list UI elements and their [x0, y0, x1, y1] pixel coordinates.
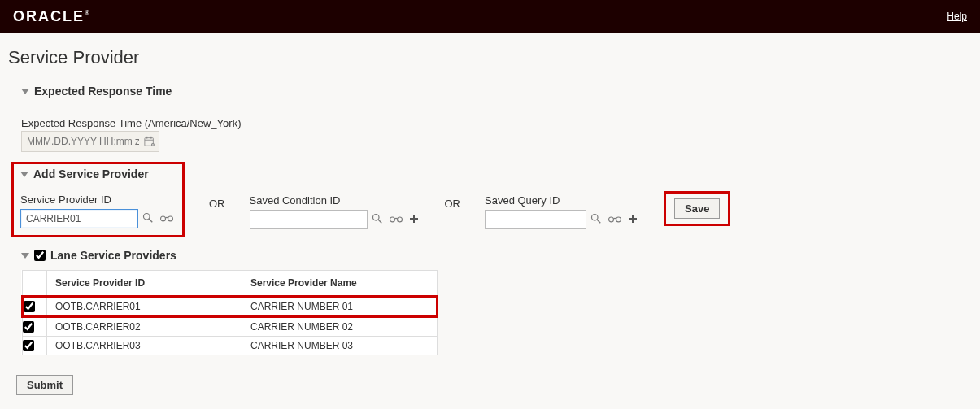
add-sp-title: Add Service Provider [33, 168, 149, 181]
lane-sp-master-checkbox[interactable] [34, 250, 46, 261]
help-link[interactable]: Help [947, 11, 967, 22]
or-separator-1: OR [209, 167, 225, 210]
or-separator-2: OR [445, 167, 461, 210]
disclose-icon [21, 253, 29, 259]
svg-rect-2 [146, 137, 148, 139]
disclose-icon [21, 89, 29, 94]
svg-line-11 [378, 220, 381, 223]
add-icon[interactable] [626, 212, 639, 227]
col-name-header: Service Provider Name [242, 271, 438, 297]
add-sp-header[interactable]: Add Service Provider [20, 168, 176, 185]
row-sp-id: OOTB.CARRIER03 [47, 337, 242, 355]
svg-rect-5 [152, 144, 153, 145]
save-button[interactable]: Save [674, 198, 720, 219]
svg-point-19 [616, 217, 621, 222]
expected-response-title: Expected Response Time [34, 85, 172, 98]
add-icon[interactable] [407, 212, 420, 227]
top-bar: ORACLE® Help [0, 0, 980, 33]
calendar-icon[interactable] [144, 136, 155, 147]
save-highlight: Save [664, 191, 730, 226]
svg-line-7 [149, 219, 152, 222]
row-checkbox[interactable] [23, 340, 34, 351]
table-row[interactable]: OOTB.CARRIER01 CARRIER NUMBER 01 [23, 297, 438, 317]
svg-point-16 [591, 214, 598, 220]
svg-point-18 [609, 217, 614, 222]
brand-reg: ® [85, 9, 89, 16]
expected-response-input[interactable] [22, 133, 144, 150]
saved-condition-input[interactable] [250, 210, 368, 229]
saved-query-label: Saved Query ID [485, 194, 639, 207]
table-row[interactable]: OOTB.CARRIER02 CARRIER NUMBER 02 [23, 317, 438, 337]
footer-actions: Submit [0, 359, 980, 409]
view-icon[interactable] [606, 212, 624, 227]
highlight-sp-id: Add Service Provider Service Provider ID [11, 162, 185, 237]
svg-point-12 [390, 217, 394, 222]
sp-id-input[interactable] [20, 209, 138, 228]
submit-button[interactable]: Submit [16, 375, 73, 395]
row-sp-name: CARRIER NUMBER 03 [242, 337, 438, 355]
saved-condition-label: Saved Condition ID [250, 194, 420, 207]
row-sp-name: CARRIER NUMBER 01 [242, 297, 438, 317]
expected-response-field-wrap [21, 131, 159, 152]
row-sp-id: OOTB.CARRIER01 [47, 297, 242, 317]
saved-query-input[interactable] [485, 210, 586, 229]
svg-point-9 [168, 216, 173, 221]
view-icon[interactable] [158, 211, 176, 226]
expected-response-section: Expected Response Time Expected Response… [0, 76, 980, 155]
row-checkbox[interactable] [23, 321, 34, 333]
lane-sp-header[interactable]: Lane Service Providers [21, 244, 959, 267]
svg-point-10 [372, 214, 379, 220]
row-checkbox[interactable] [24, 301, 35, 312]
add-service-provider-section: Add Service Provider Service Provider ID… [0, 155, 980, 241]
saved-query-col: Saved Query ID [485, 167, 639, 229]
sp-id-label: Service Provider ID [20, 194, 176, 206]
search-icon[interactable] [370, 211, 385, 228]
search-icon[interactable] [141, 211, 155, 227]
col-select-header [23, 271, 47, 297]
svg-point-13 [397, 217, 402, 222]
page-title: Service Provider [0, 33, 980, 76]
lane-service-providers-section: Lane Service Providers Service Provider … [0, 241, 980, 359]
table-header-row: Service Provider ID Service Provider Nam… [23, 271, 438, 297]
lane-sp-title: Lane Service Providers [50, 249, 176, 262]
disclose-icon [20, 172, 28, 177]
view-icon[interactable] [387, 212, 405, 227]
row-sp-id: OOTB.CARRIER02 [47, 317, 242, 337]
expected-response-header[interactable]: Expected Response Time [21, 80, 959, 102]
svg-rect-3 [150, 137, 152, 139]
brand-text: ORACLE [13, 8, 85, 24]
expected-response-label: Expected Response Time (America/New_York… [21, 117, 959, 129]
search-icon[interactable] [589, 211, 603, 228]
saved-condition-col: Saved Condition ID [250, 167, 420, 229]
row-sp-name: CARRIER NUMBER 02 [242, 317, 438, 337]
col-id-header: Service Provider ID [47, 271, 242, 297]
svg-point-6 [143, 213, 150, 220]
svg-point-8 [161, 216, 166, 221]
table-row[interactable]: OOTB.CARRIER03 CARRIER NUMBER 03 [23, 337, 438, 355]
brand-logo: ORACLE® [13, 8, 89, 25]
svg-line-17 [597, 220, 600, 223]
service-provider-table: Service Provider ID Service Provider Nam… [21, 270, 438, 355]
